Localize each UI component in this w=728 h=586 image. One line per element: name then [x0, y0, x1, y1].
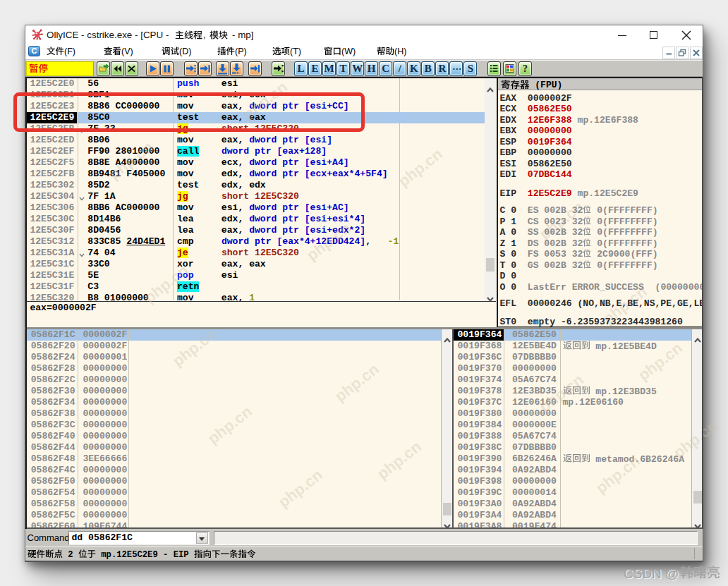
svg-text:?: ? [523, 63, 528, 74]
